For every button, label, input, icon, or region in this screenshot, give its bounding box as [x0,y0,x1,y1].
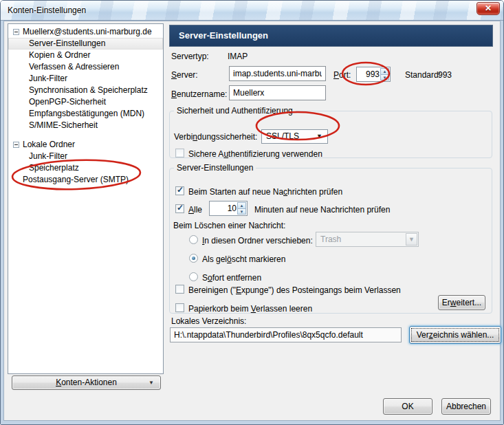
check-interval-prefix-label: Alle [188,205,202,215]
standard-value: 993 [438,70,452,80]
remove-immediately-radio[interactable] [189,272,198,281]
window-title: Konten-Einstellungen [8,6,86,15]
page-title: Server-Einstellungen [169,25,493,47]
port-label: Port: [333,70,351,80]
spinner-up-icon[interactable]: ▲ [380,68,389,75]
titlebar[interactable]: Konten-Einstellungen [1,1,503,21]
expunge-checkbox[interactable] [175,285,184,294]
standard-label: Standard: [405,70,441,80]
move-to-folder-label: In diesen Ordner verschieben: [202,236,313,246]
expunge-label: Bereinigen ("Expunge") des Posteingangs … [188,285,401,295]
collapse-icon[interactable] [13,29,19,35]
secure-auth-checkbox[interactable] [175,149,184,157]
move-folder-select: Trash ▼ [316,232,419,247]
accounts-tree: Muellerx@students.uni-marburg.de Server-… [8,23,164,374]
local-directory-label: Lokales Verzeichnis: [171,316,246,326]
tree-item-smime[interactable]: S/MIME-Sicherheit [8,120,163,131]
chevron-down-icon: ▼ [316,130,322,143]
check-on-startup-label: Beim Starten auf neue Nachrichten prüfen [188,187,342,197]
spinner-down-icon[interactable]: ▼ [380,75,389,81]
empty-trash-label: Papierkorb beim Verlassen leeren [188,304,312,314]
tree-item-kopien-ordner[interactable]: Kopien & Ordner [8,50,163,61]
chevron-down-icon: ▼ [149,376,154,389]
tree-item-verfassen-adressieren[interactable]: Verfassen & Adressieren [8,61,163,73]
interval-value: 10 [210,201,237,215]
checkmark-icon: ✓ [177,203,184,212]
tree-item-label: Lokale Ordner [23,140,75,149]
remove-immediately-label: Sofort entfernen [202,273,261,283]
local-directory-input[interactable] [170,327,402,342]
check-on-startup-checkbox[interactable]: ✓ [175,186,184,195]
tree-item-speicherplatz[interactable]: Speicherplatz [8,162,163,174]
secure-auth-label: Sichere Authentifizierung verwenden [188,149,322,159]
connection-security-select[interactable]: SSL/TLS ▼ [261,129,328,144]
server-label: Server: [171,70,198,80]
username-label: Benutzername: [171,89,227,99]
tree-item-label: Junk-Filter [29,74,67,83]
tree-item-label: Kopien & Ordner [29,50,90,60]
close-button[interactable]: ✕ [476,2,500,15]
mark-deleted-label: Als gelöscht markieren [202,254,285,264]
cancel-button[interactable]: Abbrechen [441,398,491,415]
tree-item-junk-filter[interactable]: Junk-Filter [8,73,163,85]
check-interval-suffix-label: Minuten auf neue Nachrichten prüfen [254,205,390,215]
chevron-down-icon: ▼ [406,233,417,246]
server-input[interactable] [229,66,326,81]
tree-item-label: S/MIME-Sicherheit [29,120,98,130]
tree-item-label: Synchronisation & Speicherplatz [29,85,148,95]
connection-security-label: Verbindungssicherheit: [174,132,257,142]
security-group: Sicherheit und Authentifizierung Verbind… [169,106,492,158]
spinner-up-icon[interactable]: ▲ [237,202,246,209]
close-icon: ✕ [485,3,492,13]
collapse-icon[interactable] [13,142,19,148]
port-stepper[interactable]: 993 ▲ ▼ [356,67,391,82]
tree-item-lokal-junk-filter[interactable]: Junk-Filter [8,151,163,162]
check-interval-checkbox[interactable]: ✓ [175,204,184,213]
checkmark-icon: ✓ [177,185,184,195]
tree-item-label: Server-Einstellungen [29,39,105,48]
spinner-down-icon[interactable]: ▼ [237,209,246,215]
account-actions-label: Konten-Aktionen [56,378,117,387]
tree-item-label: Speicherplatz [29,163,79,173]
tree-item-label: OpenPGP-Sicherheit [29,97,106,107]
server-settings-legend: Server-Einstellungen [174,163,256,173]
tree-item-label: Verfassen & Adressieren [29,62,119,72]
tree-item-label: Empfangsbestätigungen (MDN) [29,109,144,118]
tree-item-account-root[interactable]: Muellerx@students.uni-marburg.de [8,26,163,38]
security-group-legend: Sicherheit und Authentifizierung [174,106,296,116]
interval-stepper[interactable]: 10 ▲ ▼ [209,201,248,216]
tree-item-postausgang-smtp[interactable]: Postausgang-Server (SMTP) [8,174,163,186]
tree-item-label: Postausgang-Server (SMTP) [23,175,129,184]
connection-security-value: SSL/TLS [266,131,299,141]
ok-button[interactable]: OK [383,398,432,415]
tree-item-synchronisation[interactable]: Synchronisation & Speicherplatz [8,85,163,96]
account-settings-dialog: Konten-Einstellungen ✕ Muellerx@students… [0,0,504,425]
account-actions-button[interactable]: Konten-Aktionen ▼ [12,375,161,390]
tree-item-lokale-ordner[interactable]: Lokale Ordner [8,139,163,151]
tree-item-label: Muellerx@students.uni-marburg.de [23,27,152,36]
tree-spacer [8,131,163,139]
empty-trash-checkbox[interactable] [175,303,184,312]
servertyp-label: Servertyp: [171,52,209,61]
choose-directory-button[interactable]: Verzeichnis wählen... [409,326,501,344]
username-input[interactable] [229,85,326,100]
mark-deleted-radio[interactable] [189,254,198,263]
tree-item-label: Junk-Filter [29,151,67,161]
port-value: 993 [357,67,380,81]
on-delete-label: Beim Löschen einer Nachricht: [173,221,285,230]
advanced-button[interactable]: Erweitert... [438,295,485,310]
move-to-folder-radio[interactable] [189,235,198,244]
server-settings-group: Server-Einstellungen ✓ Beim Starten auf … [169,163,492,314]
tree-item-openpgp[interactable]: OpenPGP-Sicherheit [8,96,163,108]
tree-item-mdn[interactable]: Empfangsbestätigungen (MDN) [8,108,163,120]
servertyp-value: IMAP [228,52,248,61]
move-folder-value: Trash [320,235,341,244]
tree-item-server-einstellungen[interactable]: Server-Einstellungen [8,38,163,50]
